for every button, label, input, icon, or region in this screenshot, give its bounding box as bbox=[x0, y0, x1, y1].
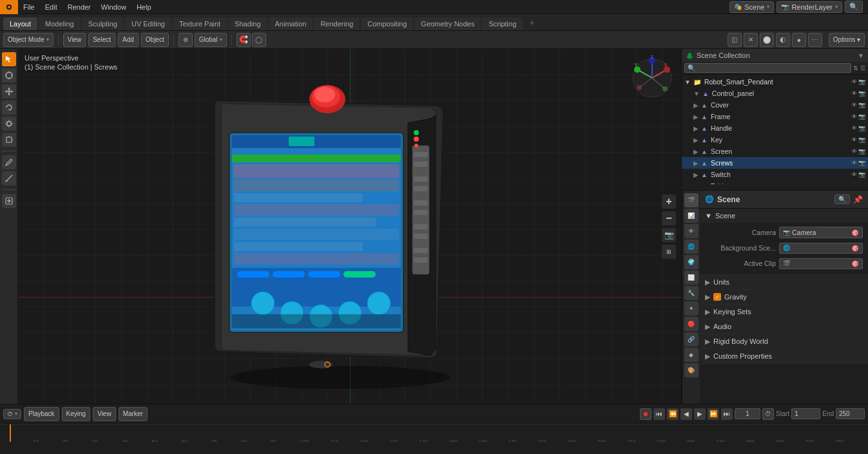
select-tool[interactable] bbox=[2, 52, 16, 66]
prev-keyframe-btn[interactable]: ⏪ bbox=[667, 408, 679, 420]
active-clip-pick-btn[interactable]: 🎯 bbox=[851, 260, 859, 267]
tree-item-key[interactable]: ▶ ▲ Key 👁 📷 bbox=[682, 134, 868, 146]
tab-geometry-nodes[interactable]: Geometry Nodes bbox=[414, 17, 481, 30]
render-icon-screws[interactable]: 📷 bbox=[858, 160, 865, 166]
custom-props-section-header[interactable]: ▶ Custom Properties bbox=[700, 349, 868, 363]
gravity-section-header[interactable]: ▶ Gravity bbox=[700, 290, 868, 304]
vis-icon-handle[interactable]: 👁 bbox=[851, 125, 857, 131]
vis-icon-tablet[interactable]: 👁 bbox=[851, 183, 857, 184]
tab-rendering[interactable]: Rendering bbox=[314, 17, 360, 30]
render-icon-handle[interactable]: 📷 bbox=[858, 125, 865, 131]
xray-btn[interactable]: ✕ bbox=[744, 33, 758, 47]
render-icon-tablet[interactable]: 📷 bbox=[858, 183, 865, 184]
vis-icon-switch[interactable]: 👁 bbox=[851, 171, 857, 178]
prop-icon-world[interactable]: 🌍 bbox=[684, 255, 699, 269]
camera-view-btn[interactable]: 📷 bbox=[662, 228, 676, 242]
end-frame-input[interactable] bbox=[836, 408, 865, 419]
tree-item-screws[interactable]: ▶ ▲ Screws 👁 📷 bbox=[682, 157, 868, 169]
scene-section-header[interactable]: ▼ Scene bbox=[700, 209, 868, 223]
overlay-btn[interactable]: ◫ bbox=[728, 33, 742, 47]
solid-mode-btn[interactable]: ⬤ bbox=[760, 33, 774, 47]
tab-compositing[interactable]: Compositing bbox=[361, 17, 413, 30]
snap-btn[interactable]: 🧲 bbox=[236, 33, 251, 47]
options-btn[interactable]: Options ▾ bbox=[829, 33, 865, 47]
current-frame-input[interactable] bbox=[735, 408, 760, 419]
active-clip-value[interactable]: 🎬 🎯 bbox=[779, 258, 863, 269]
menu-render[interactable]: Render bbox=[63, 0, 96, 14]
navigation-gizmo[interactable]: X Y Z bbox=[630, 55, 675, 100]
keying-section-header[interactable]: ▶ Keying Sets bbox=[700, 305, 868, 319]
vis-icon-robot[interactable]: 👁 bbox=[851, 79, 857, 85]
tab-texture-paint[interactable]: Texture Paint bbox=[173, 17, 227, 30]
annotate-tool[interactable] bbox=[2, 155, 16, 169]
render-icon-control[interactable]: 📷 bbox=[858, 90, 865, 97]
material-mode-btn[interactable]: ◐ bbox=[776, 33, 790, 47]
menu-window[interactable]: Window bbox=[96, 0, 131, 14]
camera-pick-btn[interactable]: 🎯 bbox=[851, 229, 859, 236]
transform-tool[interactable] bbox=[2, 133, 16, 147]
tree-item-switch[interactable]: ▶ ▲ Switch 👁 📷 bbox=[682, 169, 868, 180]
scene-selector[interactable]: 🎭 Scene ▾ bbox=[729, 1, 774, 13]
prop-icon-constraints[interactable]: 🔗 bbox=[684, 332, 699, 346]
view-menu-btn[interactable]: View bbox=[63, 33, 86, 47]
render-icon-screen[interactable]: 📷 bbox=[858, 148, 865, 155]
prop-icon-material[interactable]: 🎨 bbox=[684, 363, 699, 377]
vis-icon-screws[interactable]: 👁 bbox=[851, 160, 857, 166]
units-section-header[interactable]: ▶ Units bbox=[700, 275, 868, 289]
render-mode-btn[interactable]: ● bbox=[792, 33, 806, 47]
tree-item-screen[interactable]: ▶ ▲ Screen 👁 📷 bbox=[682, 146, 868, 157]
prop-icon-object[interactable]: ⬜ bbox=[684, 270, 699, 285]
render-icon-switch[interactable]: 📷 bbox=[858, 171, 865, 178]
timeline-mode-btn[interactable]: ⏱ ▾ bbox=[3, 409, 21, 419]
zoom-out-btn[interactable]: − bbox=[662, 211, 676, 225]
record-btn[interactable]: ⏺ bbox=[640, 408, 651, 420]
select-menu-btn[interactable]: Select bbox=[88, 33, 115, 47]
tree-item-cover[interactable]: ▶ ▲ Cover 👁 📷 bbox=[682, 99, 868, 111]
playback-menu-btn[interactable]: Playback bbox=[24, 407, 59, 421]
viewport-options-btn[interactable]: ⋯ bbox=[808, 33, 822, 47]
tree-item-frame[interactable]: ▶ ▲ Frame 👁 📷 bbox=[682, 111, 868, 122]
outliner-search-input[interactable] bbox=[684, 63, 851, 73]
menu-help[interactable]: Help bbox=[131, 0, 157, 14]
menu-edit[interactable]: Edit bbox=[40, 0, 63, 14]
tree-item-robot[interactable]: ▼ 📁 Robot_Smart_Pendant 👁 📷 bbox=[682, 76, 868, 88]
vis-icon-control[interactable]: 👁 bbox=[851, 90, 857, 97]
skip-end-btn[interactable]: ⏭ bbox=[721, 408, 733, 420]
render-layer-selector[interactable]: 📷 RenderLayer ▾ bbox=[776, 1, 842, 13]
render-icon-frame[interactable]: 📷 bbox=[858, 113, 865, 120]
tree-item-control[interactable]: ▼ ▲ Control_panel 👁 📷 bbox=[682, 88, 868, 99]
zoom-in-btn[interactable]: + bbox=[662, 194, 676, 209]
next-keyframe-btn[interactable]: ⏩ bbox=[708, 408, 719, 420]
proportional-edit-btn[interactable]: ◯ bbox=[252, 33, 266, 47]
play-btn[interactable]: ▶ bbox=[694, 408, 706, 420]
play-reverse-btn[interactable]: ◀ bbox=[680, 408, 692, 420]
tree-expand-robot[interactable]: ▼ bbox=[684, 79, 691, 86]
prop-pin-btn[interactable]: 📌 bbox=[853, 195, 863, 204]
skip-start-btn[interactable]: ⏮ bbox=[653, 408, 665, 420]
add-workspace-tab[interactable]: + bbox=[524, 15, 539, 30]
bg-scene-value[interactable]: 🌐 🎯 bbox=[779, 243, 863, 254]
marker-menu-btn[interactable]: Marker bbox=[119, 407, 148, 421]
prop-icon-physics[interactable]: 🔴 bbox=[684, 317, 699, 331]
object-menu-btn[interactable]: Object bbox=[141, 33, 169, 47]
object-mode-btn[interactable]: Object Mode ▾ bbox=[3, 33, 53, 47]
tab-animation[interactable]: Animation bbox=[269, 17, 313, 30]
audio-section-header[interactable]: ▶ Audio bbox=[700, 319, 868, 334]
bg-scene-pick-btn[interactable]: 🎯 bbox=[851, 245, 859, 252]
start-frame-input[interactable] bbox=[791, 408, 820, 419]
num-pad-btn[interactable]: ⊞ bbox=[662, 245, 676, 259]
vis-icon-screen[interactable]: 👁 bbox=[851, 148, 857, 155]
timeline-ruler[interactable]: 10 20 30 40 50 60 70 80 90 100 110 120 1… bbox=[0, 424, 868, 442]
transform-global-btn[interactable]: Global ▾ bbox=[195, 33, 227, 47]
add-menu-btn[interactable]: Add bbox=[118, 33, 139, 47]
prop-icon-view-layer[interactable]: 👁 bbox=[684, 224, 699, 238]
rigid-body-section-header[interactable]: ▶ Rigid Body World bbox=[700, 334, 868, 348]
prop-icon-data[interactable]: ◆ bbox=[684, 348, 699, 362]
cursor-tool[interactable] bbox=[2, 68, 16, 82]
vis-icon-frame[interactable]: 👁 bbox=[851, 113, 857, 120]
rotate-tool[interactable] bbox=[2, 100, 16, 115]
render-icon-robot[interactable]: 📷 bbox=[858, 79, 865, 85]
outliner-filter-icon[interactable]: ☰ bbox=[860, 65, 865, 71]
tab-modeling[interactable]: Modeling bbox=[39, 17, 81, 30]
tree-item-handle[interactable]: ▶ ▲ Handle 👁 📷 bbox=[682, 122, 868, 134]
